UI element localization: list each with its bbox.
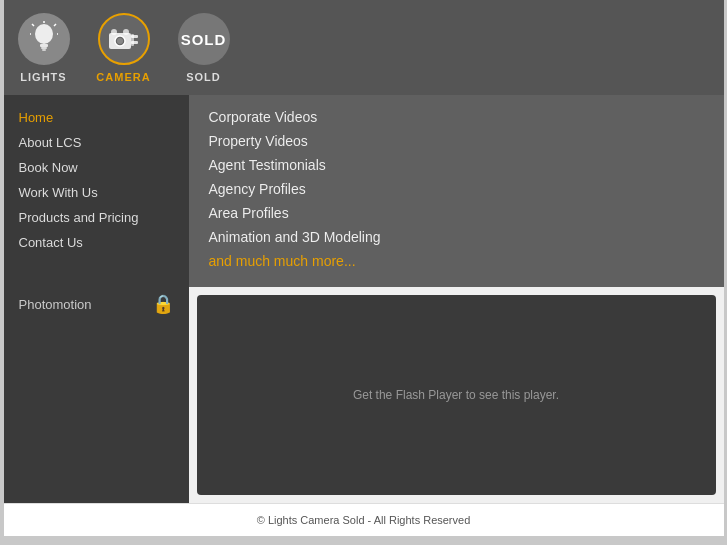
main-content: Corporate Videos Property Videos Agent T… [189, 95, 724, 503]
main-container: LIGHTS [4, 0, 724, 536]
content-area: Home About LCS Book Now Work With Us Pro… [4, 95, 724, 503]
sold-text: SOLD [181, 31, 227, 48]
sidebar-item-products[interactable]: Products and Pricing [4, 205, 189, 230]
camera-label: CAMERA [96, 71, 150, 83]
service-corporate-videos[interactable]: Corporate Videos [209, 107, 704, 127]
svg-rect-2 [41, 47, 47, 49]
sidebar-item-about[interactable]: About LCS [4, 130, 189, 155]
sold-label: SOLD [186, 71, 221, 83]
lights-tab[interactable]: LIGHTS [4, 13, 84, 87]
sidebar-photomotion[interactable]: Photomotion 🔒 [4, 285, 189, 323]
service-more[interactable]: and much much more... [209, 251, 704, 271]
video-player: Get the Flash Player to see this player. [197, 295, 716, 495]
svg-point-11 [117, 38, 123, 44]
sidebar-item-workwithus[interactable]: Work With Us [4, 180, 189, 205]
footer-text: © Lights Camera Sold - All Rights Reserv… [257, 514, 471, 526]
svg-line-6 [54, 24, 56, 26]
service-agent-testimonials[interactable]: Agent Testimonials [209, 155, 704, 175]
svg-point-12 [111, 29, 117, 35]
footer: © Lights Camera Sold - All Rights Reserv… [4, 503, 724, 536]
service-agency-profiles[interactable]: Agency Profiles [209, 179, 704, 199]
sidebar-item-contact[interactable]: Contact Us [4, 230, 189, 255]
service-area-profiles[interactable]: Area Profiles [209, 203, 704, 223]
svg-point-0 [35, 24, 53, 44]
service-animation[interactable]: Animation and 3D Modeling [209, 227, 704, 247]
sidebar-item-home[interactable]: Home [4, 105, 189, 130]
svg-rect-3 [42, 49, 46, 51]
svg-line-5 [32, 24, 34, 26]
sidebar: Home About LCS Book Now Work With Us Pro… [4, 95, 189, 503]
services-menu: Corporate Videos Property Videos Agent T… [189, 95, 724, 287]
svg-point-13 [123, 29, 129, 35]
photomotion-label: Photomotion [19, 297, 92, 312]
lights-icon [18, 13, 70, 65]
video-notice: Get the Flash Player to see this player. [353, 388, 559, 402]
lights-label: LIGHTS [20, 71, 66, 83]
camera-icon [98, 13, 150, 65]
sold-tab[interactable]: SOLD SOLD [164, 13, 244, 87]
outer-wrapper: LIGHTS [0, 0, 727, 545]
sidebar-item-booknow[interactable]: Book Now [4, 155, 189, 180]
header-icons: LIGHTS [4, 0, 724, 95]
camera-tab[interactable]: CAMERA [84, 13, 164, 87]
sold-icon: SOLD [178, 13, 230, 65]
sidebar-nav: Home About LCS Book Now Work With Us Pro… [4, 95, 189, 265]
svg-rect-1 [40, 44, 48, 47]
svg-rect-16 [131, 34, 134, 46]
lock-icon: 🔒 [152, 293, 174, 315]
service-property-videos[interactable]: Property Videos [209, 131, 704, 151]
